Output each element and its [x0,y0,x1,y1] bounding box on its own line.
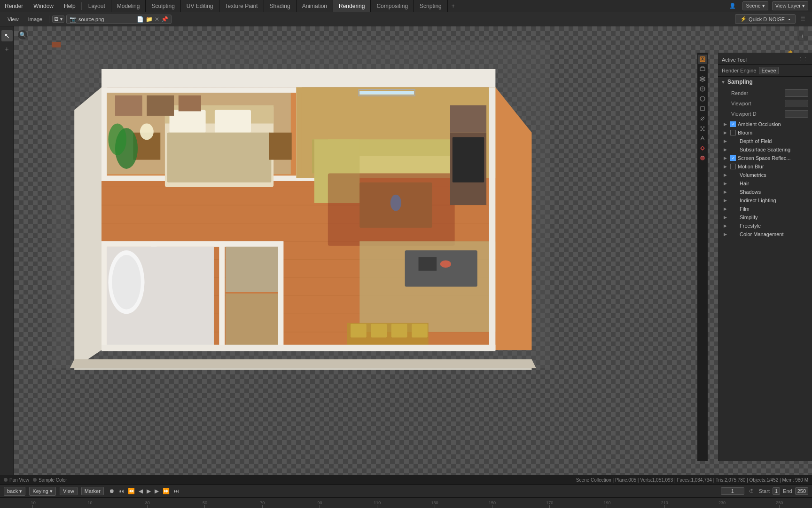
depth-of-field-row[interactable]: ▶ Depth of Field [718,137,812,145]
bloom-checkbox[interactable] [730,130,736,135]
indirect-lighting-row[interactable]: ▶ Indirect Lighting [718,196,812,205]
timeline-mode-btn[interactable]: back ▾ [4,487,25,496]
prev-step-btn[interactable]: ◀ [137,487,144,495]
tab-shading[interactable]: Shading [264,0,297,12]
user-icon[interactable]: 👤 [726,2,739,10]
folder-icon[interactable]: 📁 [146,16,153,23]
start-end-controls: Start 1 End 250 [759,487,808,495]
tab-animation[interactable]: Animation [297,0,333,12]
svg-point-50 [440,261,451,268]
pan-view-label: Pan View [9,477,29,483]
simplify-row[interactable]: ▶ Simplify [718,213,812,222]
ao-checkbox[interactable]: ✓ [730,121,736,127]
ruler-line [549,505,550,508]
menu-help[interactable]: Help [59,1,80,11]
skip-end-btn[interactable]: ⏭ [172,487,180,495]
file-icon[interactable]: 📄 [137,16,144,23]
section-sampling[interactable]: ▼ Sampling [718,77,812,87]
color-management-row[interactable]: ▶ Color Management [718,230,812,238]
menu-render[interactable]: Render [0,1,28,11]
dof-label: Depth of Field [740,138,772,144]
particles-props-icon[interactable] [698,124,707,133]
view-menu[interactable]: View [4,16,23,23]
svg-rect-75 [701,107,704,111]
viewport-field[interactable] [785,100,808,107]
sss-row[interactable]: ▶ Subsurface Scattering [718,145,812,154]
image-menu[interactable]: Image [24,16,47,23]
motion-blur-row[interactable]: ▶ Motion Blur [718,162,812,171]
tab-add-button[interactable]: + [448,1,459,11]
close-filename-icon[interactable]: ✕ [155,16,159,23]
filename-input[interactable] [78,16,135,22]
viewport[interactable]: ✋ 🔍 + [14,26,812,484]
physics-props-icon[interactable] [698,134,707,143]
object-props-icon[interactable] [698,104,707,113]
next-step-btn[interactable]: ▶ [153,487,160,495]
viewport-search[interactable]: 🔍 [18,30,27,40]
transport-controls: ⏺ ⏮ ⏪ ◀ ▶ ▶ ⏩ ⏭ [108,487,180,495]
scene-dropdown[interactable]: Scene ▾ [742,1,768,10]
view-btn[interactable]: View [60,487,78,495]
scene-props-icon[interactable] [698,84,707,94]
menu-window[interactable]: Window [29,1,58,11]
crosshair-tool[interactable]: + [1,43,13,55]
play-btn[interactable]: ▶ [145,487,152,495]
constraints-props-icon[interactable] [698,143,707,153]
mb-checkbox[interactable] [730,164,736,169]
tab-layout[interactable]: Layout [83,0,111,12]
viewport-d-field[interactable] [785,110,808,118]
keying-btn[interactable]: Keying ▾ [29,487,56,496]
end-frame-input[interactable]: 250 [795,487,808,495]
hair-row[interactable]: ▶ Hair [718,179,812,188]
svg-point-80 [703,130,705,131]
view-layer-dropdown[interactable]: View Layer ▾ [772,1,808,10]
skip-start-btn[interactable]: ⏮ [117,487,125,495]
view-layer-props-icon[interactable] [698,74,707,84]
overlay-icon[interactable]: ☰ [797,15,808,24]
ruler-label: 210 [661,500,668,505]
record-btn[interactable]: ⏺ [108,487,116,495]
modifier-props-icon[interactable] [698,114,707,123]
tab-uv-editing[interactable]: UV Editing [181,0,219,12]
tab-compositing[interactable]: Compositing [371,0,414,12]
quick-denoise-btn[interactable]: ⚡ Quick D-NOISE ▪ [735,14,796,24]
start-frame-input[interactable]: 1 [773,487,780,495]
start-label: Start [759,488,770,494]
ambient-occlusion-row[interactable]: ▶ ✓ Ambient Occlusion [718,120,812,128]
select-tool[interactable]: ↖ [1,30,13,41]
tab-texture-paint[interactable]: Texture Paint [219,0,264,12]
tab-modeling[interactable]: Modeling [111,0,146,12]
zoom-in-icon[interactable]: + [797,30,808,41]
render-field[interactable] [785,89,808,97]
render-props-icon[interactable] [698,55,707,64]
output-props-icon[interactable] [698,64,707,74]
ssr-row[interactable]: ▶ ✓ Screen Space Reflec... [718,154,812,162]
bloom-row[interactable]: ▶ Bloom [718,128,812,137]
panel-options-icon[interactable]: ⋮⋮ [798,56,808,63]
ssr-checkbox[interactable]: ✓ [730,155,736,161]
render-canvas [52,40,550,370]
world-props-icon[interactable] [698,94,707,103]
film-row[interactable]: ▶ Film [718,205,812,213]
tab-scripting[interactable]: Scripting [414,0,448,12]
material-props-icon[interactable] [698,153,707,163]
render-engine-row: Render Engine Eevee [718,65,812,77]
shadows-arrow: ▶ [724,190,728,194]
ruler-mark-90: 90 [291,500,348,508]
marker-btn[interactable]: Marker [81,487,104,495]
shadows-row[interactable]: ▶ Shadows [718,188,812,196]
tab-rendering[interactable]: Rendering [333,0,371,12]
volumetrics-row[interactable]: ▶ Volumetrics [718,171,812,179]
playback-speed-icon[interactable]: ⏱ [748,487,755,495]
image-type-select[interactable]: 🖼 ▾ [52,16,64,23]
next-frame-btn[interactable]: ⏩ [161,487,171,495]
pin-icon[interactable]: 📌 [161,16,168,23]
current-frame-input[interactable] [721,487,744,495]
timeline-ruler[interactable]: -10 10 30 50 70 90 [0,498,812,508]
render-engine-select[interactable]: Eevee [759,67,778,74]
prev-frame-btn[interactable]: ⏪ [126,487,136,495]
svg-rect-59 [226,294,278,347]
freestyle-row[interactable]: ▶ Freestyle [718,222,812,230]
svg-point-31 [140,124,154,140]
tab-sculpting[interactable]: Sculpting [146,0,180,12]
